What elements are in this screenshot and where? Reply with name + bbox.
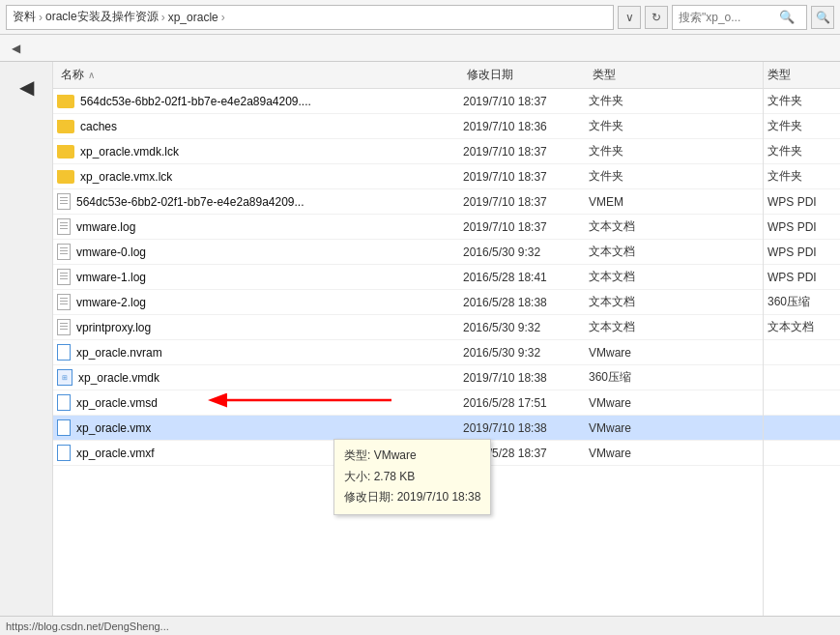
col-header-name[interactable]: 名称 ∧: [57, 67, 463, 83]
file-name-cell: ⊞xp_oracle.vmdk: [57, 369, 463, 386]
breadcrumb-sep-0: ›: [39, 11, 43, 24]
table-row[interactable]: xp_oracle.vmx.lck2019/7/10 18:37文件夹: [53, 164, 763, 189]
folder-icon: [57, 170, 74, 184]
right-panel-cell: [764, 390, 840, 416]
file-name-text: vmware-0.log: [76, 245, 146, 259]
table-row[interactable]: vmware.log2019/7/10 18:37文本文档: [53, 215, 763, 240]
table-row[interactable]: vprintproxy.log2016/5/30 9:32文本文档: [53, 315, 763, 340]
folder-icon: [57, 120, 74, 133]
table-row[interactable]: xp_oracle.nvram2016/5/30 9:32VMware: [53, 340, 763, 365]
folder-icon: [57, 145, 74, 159]
file-name-cell: xp_oracle.vmx.lck: [57, 170, 463, 184]
breadcrumb-item-2[interactable]: xp_oracle: [168, 11, 218, 24]
table-row[interactable]: vmware-1.log2016/5/28 18:41文本文档: [53, 265, 763, 290]
file-type-cell: 文件夹: [589, 93, 685, 109]
table-row[interactable]: xp_oracle.vmdk.lck2019/7/10 18:37文件夹: [53, 139, 763, 164]
file-date-cell: 2016/5/28 17:51: [463, 396, 589, 410]
tooltip-line1: 类型: VMware: [344, 446, 480, 467]
right-panel-cell: [764, 365, 840, 390]
file-name-text: vprintproxy.log: [76, 321, 151, 334]
table-row[interactable]: caches2019/7/10 18:36文件夹: [53, 114, 763, 139]
file-name-text: vmware-1.log: [76, 271, 146, 284]
table-row[interactable]: xp_oracle.vmsd2016/5/28 17:51VMware: [53, 390, 763, 416]
file-name-text: caches: [80, 120, 117, 133]
breadcrumb-sep-2: ›: [221, 11, 225, 24]
file-name-text: xp_oracle.vmsd: [76, 396, 158, 410]
breadcrumb-sep-1: ›: [161, 11, 165, 24]
file-name-cell: vmware-0.log: [57, 244, 463, 260]
file-type-cell: VMware: [589, 346, 685, 360]
file-name-text: 564dc53e-6bb2-02f1-bb7e-e4e2a89a4209....: [80, 95, 311, 108]
file-area-inner: 名称 ∧ 修改日期 类型 564dc53e-6bb2-02f1-bb7e-e4e…: [53, 62, 763, 466]
file-type-cell: 360压缩: [589, 369, 685, 386]
col-header-type[interactable]: 类型: [589, 67, 685, 83]
sidebar-item-0[interactable]: ◀: [4, 66, 48, 108]
right-panel-cell: [764, 441, 840, 466]
file-name-text: vmware-2.log: [76, 296, 146, 309]
file-icon: [57, 294, 71, 310]
file-name-cell: vmware-1.log: [57, 269, 463, 285]
file-name-cell: xp_oracle.vmx: [57, 419, 463, 436]
right-col-label: 类型: [768, 67, 791, 83]
table-row[interactable]: 564dc53e-6bb2-02f1-bb7e-e4e2a89a4209....…: [53, 89, 763, 114]
right-panel-cell: [764, 416, 840, 441]
file-icon: [57, 319, 71, 335]
search-button-2[interactable]: 🔍: [811, 6, 834, 29]
right-panel-cell: WPS PDI: [764, 215, 840, 240]
right-panel-header: 类型: [764, 62, 840, 89]
table-row[interactable]: vmware-2.log2016/5/28 18:38文本文档: [53, 290, 763, 315]
file-date-cell: 2019/7/10 18:37: [463, 145, 589, 159]
vmdk-icon: ⊞: [57, 369, 72, 386]
file-name-cell: caches: [57, 120, 463, 133]
file-date-cell: 2019/7/10 18:38: [463, 421, 589, 435]
file-date-cell: 2016/5/28 18:38: [463, 296, 589, 309]
table-row[interactable]: xp_oracle.vmx2019/7/10 18:38VMware: [53, 416, 763, 441]
file-icon: [57, 193, 71, 210]
breadcrumb-item-0[interactable]: 资料: [13, 9, 36, 25]
col-name-label: 名称: [61, 67, 84, 83]
tooltip-box: 类型: VMware 大小: 2.78 KB 修改日期: 2019/7/10 1…: [333, 439, 491, 515]
sidebar-nav-icon: ◀: [19, 75, 34, 99]
table-row[interactable]: vmware-0.log2016/5/30 9:32文本文档: [53, 240, 763, 265]
nav-left[interactable]: ◀: [6, 39, 25, 58]
tooltip-line3: 修改日期: 2019/7/10 18:38: [344, 487, 480, 508]
file-name-cell: xp_oracle.vmdk.lck: [57, 145, 463, 159]
file-date-cell: 2019/7/10 18:36: [463, 120, 589, 133]
refresh-button[interactable]: ↻: [645, 6, 668, 29]
dropdown-button[interactable]: ∨: [618, 6, 641, 29]
file-name-cell: vmware-2.log: [57, 294, 463, 310]
file-name-text: xp_oracle.vmx: [76, 421, 151, 435]
file-name-text: xp_oracle.vmdk.lck: [80, 145, 179, 159]
search-icon: 🔍: [779, 10, 795, 24]
file-icon: [57, 445, 71, 461]
file-type-cell: VMware: [589, 396, 685, 410]
file-type-cell: VMware: [589, 421, 685, 435]
col-header-date[interactable]: 修改日期: [463, 67, 589, 83]
file-type-cell: 文件夹: [589, 168, 685, 185]
table-row[interactable]: 564dc53e-6bb2-02f1-bb7e-e4e2a89a4209...2…: [53, 189, 763, 215]
right-panel-cell: 文本文档: [764, 315, 840, 340]
file-name-cell: xp_oracle.nvram: [57, 344, 463, 361]
file-date-cell: 2016/5/28 18:41: [463, 271, 589, 284]
file-name-cell: 564dc53e-6bb2-02f1-bb7e-e4e2a89a4209...: [57, 193, 463, 210]
search-input[interactable]: [679, 11, 775, 24]
file-type-cell: 文件夹: [589, 118, 685, 134]
file-type-cell: 文本文档: [589, 319, 685, 335]
file-name-text: xp_oracle.nvram: [76, 346, 162, 360]
file-icon: [57, 269, 71, 285]
file-area[interactable]: 名称 ∧ 修改日期 类型 564dc53e-6bb2-02f1-bb7e-e4e…: [53, 62, 763, 635]
sidebar: ◀: [0, 62, 53, 635]
col-date-label: 修改日期: [467, 68, 513, 81]
column-headers: 名称 ∧ 修改日期 类型: [53, 62, 763, 89]
right-panel-cell: WPS PDI: [764, 240, 840, 265]
file-type-cell: VMware: [589, 447, 685, 460]
table-row[interactable]: ⊞xp_oracle.vmdk2019/7/10 18:38360压缩: [53, 365, 763, 390]
right-panel-cell: WPS PDI: [764, 265, 840, 290]
file-name-cell: 564dc53e-6bb2-02f1-bb7e-e4e2a89a4209....: [57, 95, 463, 108]
breadcrumb[interactable]: 资料 › oracle安装及操作资源 › xp_oracle ›: [6, 5, 614, 30]
breadcrumb-item-1[interactable]: oracle安装及操作资源: [45, 9, 159, 25]
file-date-cell: 2019/7/10 18:37: [463, 195, 589, 209]
file-name-text: xp_oracle.vmxf: [76, 447, 155, 460]
file-name-text: xp_oracle.vmdk: [78, 371, 159, 385]
file-date-cell: 2016/5/30 9:32: [463, 321, 589, 334]
